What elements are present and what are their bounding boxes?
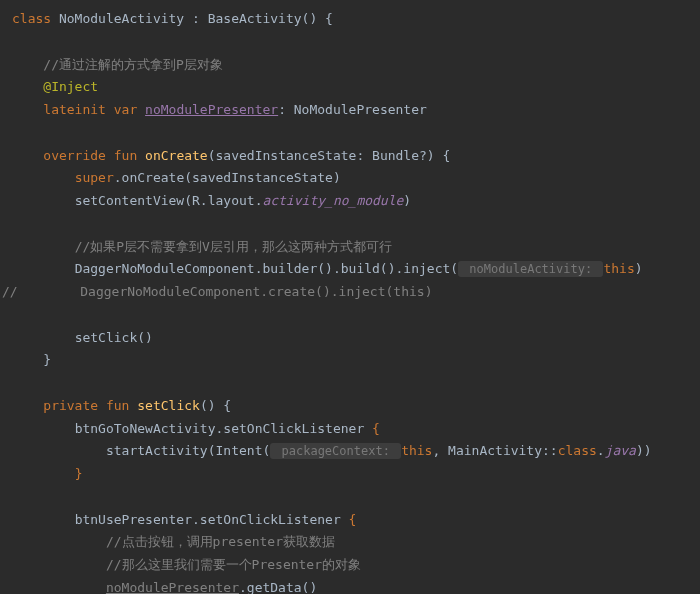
code-line <box>2 31 698 54</box>
code-line: DaggerNoModuleComponent.builder().build(… <box>2 258 698 281</box>
code-line: // DaggerNoModuleComponent.create().inje… <box>2 281 698 304</box>
code-line: } <box>2 349 698 372</box>
code-line: lateinit var noModulePresenter: NoModule… <box>2 99 698 122</box>
code-line: noModulePresenter.getData() <box>2 577 698 594</box>
code-line <box>2 486 698 509</box>
code-line: //点击按钮，调用presenter获取数据 <box>2 531 698 554</box>
code-editor[interactable]: class NoModuleActivity : BaseActivity() … <box>2 8 698 594</box>
code-line: setClick() <box>2 327 698 350</box>
code-line: } <box>2 463 698 486</box>
code-line: btnGoToNewActivity.setOnClickListener { <box>2 418 698 441</box>
code-line: private fun setClick() { <box>2 395 698 418</box>
code-line <box>2 372 698 395</box>
code-line: super.onCreate(savedInstanceState) <box>2 167 698 190</box>
code-line: setContentView(R.layout.activity_no_modu… <box>2 190 698 213</box>
code-line: startActivity(Intent( packageContext: th… <box>2 440 698 463</box>
code-line: @Inject <box>2 76 698 99</box>
code-line: //那么这里我们需要一个Presenter的对象 <box>2 554 698 577</box>
code-line: btnUsePresenter.setOnClickListener { <box>2 509 698 532</box>
code-line: //通过注解的方式拿到P层对象 <box>2 54 698 77</box>
code-line <box>2 122 698 145</box>
code-line <box>2 304 698 327</box>
code-line: override fun onCreate(savedInstanceState… <box>2 145 698 168</box>
code-line: class NoModuleActivity : BaseActivity() … <box>2 8 698 31</box>
param-hint: noModuleActivity: <box>458 261 603 277</box>
param-hint: packageContext: <box>270 443 401 459</box>
code-line <box>2 213 698 236</box>
code-line: //如果P层不需要拿到V层引用，那么这两种方式都可行 <box>2 236 698 259</box>
